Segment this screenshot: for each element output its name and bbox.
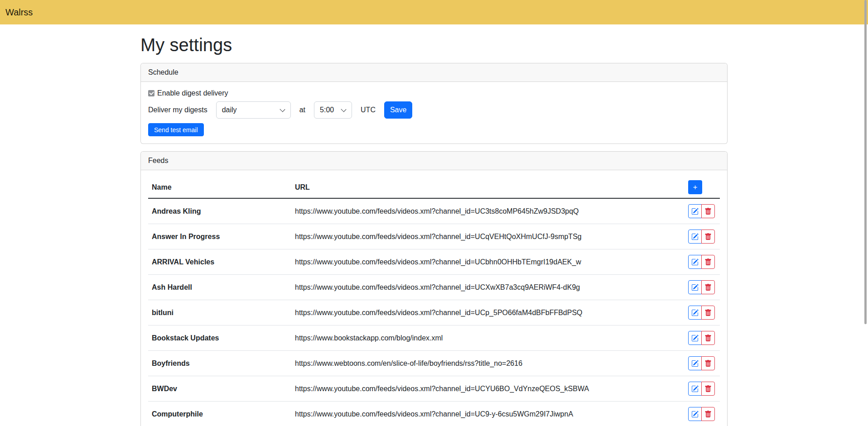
feed-url: https://www.youtube.com/feeds/videos.xml… <box>291 198 685 224</box>
main-content: My settings Schedule Enable digest deliv… <box>140 24 728 426</box>
pencil-square-icon <box>691 233 699 240</box>
frequency-select[interactable]: daily <box>216 101 291 119</box>
frequency-selected-value: daily <box>222 106 237 114</box>
utc-label: UTC <box>361 106 376 114</box>
table-row: Answer In Progress https://www.youtube.c… <box>148 224 720 249</box>
pencil-square-icon <box>691 411 699 418</box>
feed-url: https://www.bookstackapp.com/blog/index.… <box>291 325 685 351</box>
edit-feed-button[interactable] <box>688 204 702 218</box>
feed-name: Boyfriends <box>148 351 291 376</box>
add-feed-button[interactable]: + <box>688 180 702 194</box>
feeds-card: Feeds Name URL + Andreas Kling h <box>140 151 728 426</box>
save-button[interactable]: Save <box>384 101 412 119</box>
chevron-down-icon <box>280 106 285 112</box>
feed-actions <box>688 280 715 294</box>
at-label: at <box>299 106 305 114</box>
delete-feed-button[interactable] <box>701 230 715 244</box>
edit-feed-button[interactable] <box>688 331 702 345</box>
feeds-card-body: Name URL + Andreas Kling https://www.you… <box>141 170 727 426</box>
table-row: Computerphile https://www.youtube.com/fe… <box>148 402 720 426</box>
delete-feed-button[interactable] <box>701 356 715 370</box>
feed-url: https://www.youtube.com/feeds/videos.xml… <box>291 224 685 249</box>
feed-url: https://www.youtube.com/feeds/videos.xml… <box>291 402 685 426</box>
trash-icon <box>704 411 712 418</box>
schedule-card-body: Enable digest delivery Deliver my digest… <box>141 82 727 144</box>
feed-actions <box>688 407 715 421</box>
feeds-card-header: Feeds <box>141 152 727 170</box>
edit-feed-button[interactable] <box>688 306 702 320</box>
feed-actions <box>688 230 715 244</box>
deliver-digests-label: Deliver my digests <box>148 106 207 114</box>
pencil-square-icon <box>691 335 699 342</box>
edit-feed-button[interactable] <box>688 230 702 244</box>
edit-feed-button[interactable] <box>688 356 702 370</box>
navbar-brand[interactable]: Walrss <box>5 7 33 18</box>
trash-icon <box>704 360 712 367</box>
column-header-name: Name <box>148 170 291 198</box>
chevron-down-icon <box>341 106 347 112</box>
table-row: ARRIVAL Vehicles https://www.youtube.com… <box>148 249 720 275</box>
trash-icon <box>704 335 712 342</box>
feed-url: https://www.youtube.com/feeds/videos.xml… <box>291 376 685 402</box>
table-row: Andreas Kling https://www.youtube.com/fe… <box>148 198 720 224</box>
feed-name: Andreas Kling <box>148 198 291 224</box>
navbar: Walrss <box>0 0 868 24</box>
delete-feed-button[interactable] <box>701 306 715 320</box>
delete-feed-button[interactable] <box>701 331 715 345</box>
pencil-square-icon <box>691 309 699 316</box>
trash-icon <box>704 233 712 240</box>
feeds-table: Name URL + Andreas Kling https://www.you… <box>148 170 720 426</box>
pencil-square-icon <box>691 360 699 367</box>
delete-feed-button[interactable] <box>701 407 715 421</box>
edit-feed-button[interactable] <box>688 407 702 421</box>
feed-actions <box>688 382 715 396</box>
feed-name: ARRIVAL Vehicles <box>148 249 291 275</box>
page-title: My settings <box>140 34 728 56</box>
vertical-scrollbar[interactable] <box>864 0 867 324</box>
feed-actions <box>688 331 715 345</box>
time-selected-value: 5:00 <box>320 106 334 114</box>
edit-feed-button[interactable] <box>688 280 702 294</box>
schedule-card-header: Schedule <box>141 63 727 82</box>
table-row: bitluni https://www.youtube.com/feeds/vi… <box>148 300 720 325</box>
send-test-email-button[interactable]: Send test email <box>148 123 204 136</box>
plus-icon: + <box>693 183 698 191</box>
feed-name: Answer In Progress <box>148 224 291 249</box>
feed-name: Computerphile <box>148 402 291 426</box>
edit-feed-button[interactable] <box>688 382 702 396</box>
enable-digest-label[interactable]: Enable digest delivery <box>157 89 228 97</box>
table-row: BWDev https://www.youtube.com/feeds/vide… <box>148 376 720 402</box>
feed-url: https://www.youtube.com/feeds/videos.xml… <box>291 275 685 300</box>
delete-feed-button[interactable] <box>701 382 715 396</box>
feed-url: https://www.youtube.com/feeds/videos.xml… <box>291 249 685 275</box>
pencil-square-icon <box>691 385 699 392</box>
schedule-card: Schedule Enable digest delivery Deliver … <box>140 63 728 144</box>
enable-digest-checkbox[interactable] <box>148 90 154 96</box>
feed-name: bitluni <box>148 300 291 325</box>
feed-url: https://www.webtoons.com/en/slice-of-lif… <box>291 351 685 376</box>
pencil-square-icon <box>691 258 699 266</box>
column-header-url: URL <box>291 170 685 198</box>
delete-feed-button[interactable] <box>701 255 715 269</box>
table-row: Boyfriends https://www.webtoons.com/en/s… <box>148 351 720 376</box>
trash-icon <box>704 309 712 316</box>
feed-name: Ash Hardell <box>148 275 291 300</box>
pencil-square-icon <box>691 284 699 291</box>
trash-icon <box>704 385 712 392</box>
trash-icon <box>704 258 712 266</box>
table-row: Ash Hardell https://www.youtube.com/feed… <box>148 275 720 300</box>
feed-actions <box>688 306 715 320</box>
edit-feed-button[interactable] <box>688 255 702 269</box>
delete-feed-button[interactable] <box>701 280 715 294</box>
feeds-table-header-row: Name URL + <box>148 170 720 198</box>
table-row: Bookstack Updates https://www.bookstacka… <box>148 325 720 351</box>
time-select[interactable]: 5:00 <box>314 101 352 119</box>
feed-name: Bookstack Updates <box>148 325 291 351</box>
feed-actions <box>688 204 715 218</box>
pencil-square-icon <box>691 208 699 215</box>
feed-url: https://www.youtube.com/feeds/videos.xml… <box>291 300 685 325</box>
trash-icon <box>704 208 712 215</box>
trash-icon <box>704 284 712 291</box>
delete-feed-button[interactable] <box>701 204 715 218</box>
feed-name: BWDev <box>148 376 291 402</box>
